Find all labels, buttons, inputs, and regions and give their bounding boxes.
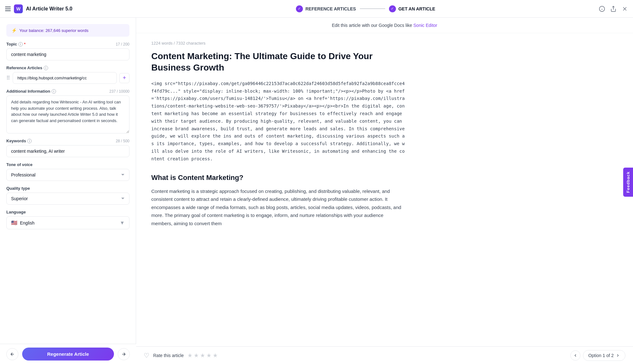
step-reference-articles[interactable]: ✓ REFERENCE ARTICLES [296,5,356,12]
star-5[interactable]: ★ [213,352,218,359]
keywords-count: 28 / 500 [116,139,129,143]
flag-icon: 🇺🇸 [11,220,17,226]
top-navigation: W AI Article Writer 5.0 ✓ REFERENCE ARTI… [0,0,633,18]
additional-info-count: 237 / 10000 [110,89,129,94]
ref-label-row: Reference Articles i [6,65,129,70]
nav-right [590,6,628,12]
app-title: AI Article Writer 5.0 [26,6,72,12]
help-icon-button[interactable] [599,6,605,12]
article-body: <img src="https://pixabay.com/get/ga0964… [151,80,406,228]
section2-title: What is Content Marketing? [151,172,406,183]
back-button[interactable] [6,348,18,360]
nav-left: W AI Article Writer 5.0 [5,4,141,13]
language-chevron-icon: ▼ [120,220,125,226]
step1-circle: ✓ [296,5,303,12]
option-label: Option 1 of 2 [588,353,614,358]
tone-label: Tone of voice [6,162,33,167]
tone-group: Tone of voice Professional Casual Formal [6,162,129,181]
star-4[interactable]: ★ [206,352,211,359]
close-icon-button[interactable] [622,6,628,12]
step1-label: REFERENCE ARTICLES [305,6,356,11]
prev-article-button[interactable] [570,350,580,361]
rate-label: Rate this article [153,353,184,358]
article-title: Content Marketing: The Ultimate Guide to… [151,51,406,74]
drag-handle-icon[interactable]: ⠿ [6,75,10,81]
add-ref-button[interactable]: + [119,73,129,83]
topic-required: * [24,42,26,46]
additional-info-icon[interactable]: i [52,89,56,94]
tone-label-row: Tone of voice [6,162,129,167]
keywords-label-row: Keywords i 28 / 500 [6,139,129,143]
main-layout: ⚡ Your balance: 267,646 superior words T… [0,18,633,364]
star-rating[interactable]: ★ ★ ★ ★ ★ [187,352,218,359]
reference-articles-group: Reference Articles i ⠿ + [6,65,129,84]
share-icon-button[interactable] [610,6,617,12]
quality-group: Quality type Superior Good Economy [6,186,129,205]
balance-text: Your balance: 267,646 superior words [19,28,89,33]
star-2[interactable]: ★ [194,352,199,359]
sidebar: ⚡ Your balance: 267,646 superior words T… [0,18,136,364]
article-bottom-bar: ♡ Rate this article ★ ★ ★ ★ ★ Option 1 o… [136,346,633,364]
topic-count: 17 / 200 [116,42,129,46]
heart-button[interactable]: ♡ [144,352,149,359]
ref-articles-label: Reference Articles i [6,65,48,70]
language-group: Language 🇺🇸 English ▼ [6,210,129,229]
next-button[interactable] [118,348,130,360]
topic-info-icon[interactable]: i [18,42,23,46]
article-area: Edit this article with our Google Docs l… [136,18,633,364]
language-label: Language [6,210,26,214]
topic-label-row: Topic i * 17 / 200 [6,42,129,46]
article-nav-arrows: Option 1 of 2 [570,350,625,361]
article-top-bar: Edit this article with our Google Docs l… [136,18,633,33]
feedback-tab[interactable]: Feedback [623,168,633,197]
hamburger-menu[interactable] [5,7,11,11]
additional-info-textarea[interactable]: Add details regarding how Writesonic - A… [6,96,129,133]
language-label-row: Language [6,210,129,214]
app-logo: W [14,4,23,13]
balance-bar: ⚡ Your balance: 267,646 superior words [6,24,129,37]
tone-select[interactable]: Professional Casual Formal [6,169,129,181]
additional-info-label: Additional Information i [6,89,56,94]
quality-label-row: Quality type [6,186,129,191]
ref-url-input[interactable] [13,72,117,84]
sidebar-bottom-bar: Regenerate Article [0,344,136,364]
keywords-group: Keywords i 28 / 500 [6,139,129,157]
additional-info-label-row: Additional Information i 237 / 10000 [6,89,129,94]
language-value: English [20,220,117,225]
star-1[interactable]: ★ [187,352,192,359]
quality-select[interactable]: Superior Good Economy [6,193,129,205]
section2-body: Content marketing is a strategic approac… [151,187,406,228]
additional-info-group: Additional Information i 237 / 10000 Add… [6,89,129,133]
nav-steps: ✓ REFERENCE ARTICLES ✓ GET AN ARTICLE [141,5,590,12]
step-connector [360,9,385,9]
keywords-input[interactable] [6,145,129,157]
article-content: 1224 words / 7332 characters Content Mar… [136,33,421,364]
article-raw-html: <img src="https://pixabay.com/get/ga0964… [151,80,406,163]
keywords-info-icon[interactable]: i [27,139,32,143]
topic-field-group: Topic i * 17 / 200 [6,42,129,60]
sonic-editor-link[interactable]: Sonic Editor [413,23,437,28]
star-3[interactable]: ★ [200,352,205,359]
step2-circle: ✓ [389,5,396,12]
ref-article-row: ⠿ + [6,72,129,84]
edit-text: Edit this article with our Google Docs l… [332,23,412,28]
regenerate-button[interactable]: Regenerate Article [22,348,114,361]
step-get-article[interactable]: ✓ GET AN ARTICLE [389,5,435,12]
topic-label: Topic i * [6,42,26,46]
ref-info-icon[interactable]: i [44,66,48,70]
keywords-label: Keywords i [6,139,32,143]
language-selector[interactable]: 🇺🇸 English ▼ [6,216,129,229]
word-count: 1224 words / 7332 characters [151,41,406,46]
topic-input[interactable] [6,48,129,60]
rate-section: ♡ Rate this article ★ ★ ★ ★ ★ [144,352,218,359]
lightning-icon: ⚡ [11,28,17,33]
option-label-button[interactable]: Option 1 of 2 [583,350,625,361]
step2-label: GET AN ARTICLE [398,6,435,11]
quality-label: Quality type [6,186,30,191]
